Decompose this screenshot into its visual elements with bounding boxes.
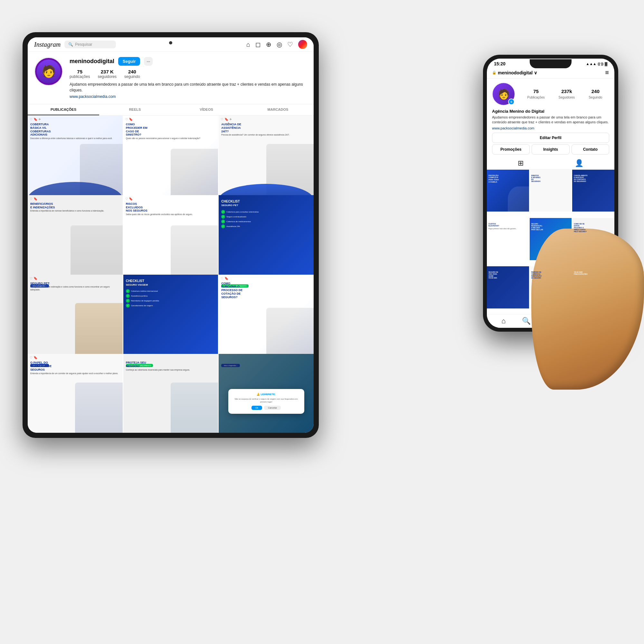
tablet-screen: Instagram 🔍 Pesquisar ⌂ ◻ ⊕ ◎ ♡ 🧑: [28, 37, 314, 433]
grid-cell-11[interactable]: PROTEJA SEUNEGÓCIO Conheça as coberturas…: [123, 354, 218, 433]
card-title-2: COMOPROCEDER EMCASO DESINISTRO?: [126, 123, 216, 137]
card-subtitle-3: Precisa de assistência? Um corretor de s…: [221, 134, 311, 136]
card-title-6: CHECKLISTSEGURO PET: [221, 198, 311, 207]
dialog-cancel-button[interactable]: Cancelar: [264, 406, 281, 410]
card-title-10: O PAPEL DOCORRETOR DESEGUROS: [30, 361, 120, 371]
phone-card-title-9: VIAJE SEMPREOCUPAÇÕES: [574, 271, 613, 275]
card-icons-4: ♡ 🔖: [30, 197, 37, 201]
stat-posts: 75 publicações: [70, 69, 90, 79]
search-bar[interactable]: 🔍 Pesquisar: [64, 41, 116, 48]
phone-avatar-plus[interactable]: +: [508, 99, 515, 105]
phone-profile: 🧑 + 75 Publicações 237k Seguidores: [487, 79, 614, 133]
ig-nav: PUBLICAÇÕES REELS VÍDEOS MARCADOS: [28, 104, 314, 116]
card-subtitle-11: Conheça as coberturas essenciais para ma…: [126, 369, 216, 371]
phone-card-deco-1: [508, 186, 529, 212]
dialog-overlay: 🔔 LEMBRETE: Não se esqueça de verificar …: [219, 354, 314, 433]
card-title-8: CHECKLISTSEGURO VIAGEM: [126, 277, 216, 287]
card-icons-5: ♡ 🔖: [125, 197, 133, 201]
search-placeholder: Pesquisar: [75, 42, 92, 47]
phone-stat-following: 240 Seguindo: [589, 89, 602, 100]
card-subtitle-2: Quais são os passos necessários para aci…: [126, 137, 216, 140]
grid-cell-12[interactable]: 🔔 LEMBRETE: Não se esqueça de verificar …: [219, 354, 314, 433]
ig-grid: ♡ 🔖 ✈ COBERTURABÁSICA VS.COBERTURASADICI…: [28, 116, 314, 433]
tablet: Instagram 🔍 Pesquisar ⌂ ◻ ⊕ ◎ ♡ 🧑: [23, 32, 319, 438]
explore-icon[interactable]: ◎: [277, 41, 282, 48]
tab-reels[interactable]: REELS: [99, 104, 171, 115]
phone-card-title-8: PERÍODO DEVIGÊNCIA ERENOVAÇÃODO SEGURO: [531, 271, 570, 279]
dialog-ok-button[interactable]: Ok: [251, 406, 262, 410]
card-title-4: BENEFICIÁRIOSE INDENIZAÇÕES: [30, 202, 120, 209]
dialog-text: Não se esqueça de verificar o seguro de …: [232, 398, 300, 403]
phone-cell-7[interactable]: SEGURO DEVIDA PARAQUEMVOCÊ AMA: [487, 266, 529, 308]
home-icon[interactable]: ⌂: [246, 41, 250, 48]
phone-cell-1[interactable]: PROTEÇÃOCOMPLETAPARA TODAA FAMÍLIA: [487, 170, 529, 212]
phone-card-title-1: PROTEÇÃOCOMPLETAPARA TODAA FAMÍLIA: [488, 175, 527, 183]
header-icons: ⌂ ◻ ⊕ ◎ ♡: [246, 40, 307, 49]
phone-card-title-6: COMO SEI SEESTOUPAGANDO OPREÇO JUSTOPELO…: [574, 223, 613, 232]
tab-tagged[interactable]: MARCADOS: [242, 104, 314, 115]
card-icons-2: ♡ 🔖: [125, 118, 133, 121]
profile-section: 🧑 meninododigital Seguir ··· 75 publicaç…: [28, 52, 314, 104]
more-button[interactable]: ···: [144, 57, 153, 66]
scene: Instagram 🔍 Pesquisar ⌂ ◻ ⊕ ◎ ♡ 🧑: [16, 16, 628, 628]
grid-cell-10[interactable]: ♡ 🔖 O PAPEL DOCORRETOR DESEGUROS Entenda…: [28, 354, 123, 433]
wifi-icon: ((·)): [598, 62, 603, 66]
card-subtitle-10: Entenda a importância de um corretor de …: [30, 372, 120, 375]
card-icons: ♡ 🔖 ✈: [30, 118, 41, 121]
phone-bio: Ajudamos empreendedores a passar de uma …: [492, 115, 609, 125]
phone-card-title-7: SEGURO DEVIDA PARAQUEMVOCÊ AMA: [488, 271, 527, 279]
phone-time: 15:20: [494, 61, 506, 66]
ig-header: Instagram 🔍 Pesquisar ⌂ ◻ ⊕ ◎ ♡: [28, 37, 314, 52]
messages-icon[interactable]: ◻: [255, 41, 261, 48]
phone-stat-followers: 237k Seguidores: [559, 89, 575, 100]
insights-button[interactable]: Insights: [532, 144, 569, 155]
phone-notch: [530, 59, 572, 68]
phone-cell-2[interactable]: DIREITOSE DEVERESDOSEGURADO: [530, 170, 572, 212]
hand-wrapper: [531, 229, 644, 390]
profile-link[interactable]: www.packsocialmedia.com: [70, 94, 307, 99]
phone-cell-3[interactable]: CANCELAMENTOE RESCISÃODO CONTRATODO SEGU…: [572, 170, 614, 212]
phone-status-icons: ▲▲▲ ((·)) ▓: [586, 62, 607, 66]
avatar[interactable]: [298, 40, 307, 49]
stat-followers: 237 K seguidores: [98, 69, 117, 79]
card-subtitle-1: Descobre a diferença entre coberturas bá…: [30, 137, 120, 140]
dialog-box: 🔔 LEMBRETE: Não se esqueça de verificar …: [228, 389, 304, 414]
contact-button[interactable]: Contato: [572, 144, 609, 155]
phone-tag-icon[interactable]: 👤: [575, 159, 583, 167]
stat-following: 240 seguindo: [124, 69, 140, 79]
add-icon[interactable]: ⊕: [266, 41, 271, 48]
chevron-icon: ∨: [534, 70, 537, 75]
edit-profile-button[interactable]: Editar Perfil: [492, 133, 609, 143]
card-icons-3: ♡ 🔖 ✈: [221, 118, 232, 121]
phone-card-title-3: CANCELAMENTOE RESCISÃODO CONTRATODO SEGU…: [574, 175, 613, 182]
card-title-11: PROTEJA SEUNEGÓCIO: [126, 361, 216, 368]
card-title-5: RISCOSEXCLUÍDOSNOS SEGUROS: [126, 202, 216, 213]
profile-stats: 75 publicações 237 K seguidores 240 segu…: [70, 69, 307, 79]
promotions-button[interactable]: Promoções: [492, 144, 530, 155]
phone-menu-icon[interactable]: ≡: [605, 69, 609, 76]
search-icon: 🔍: [68, 42, 73, 47]
phone-profile-top: 🧑 + 75 Publicações 237k Seguidores: [492, 82, 609, 106]
follow-button[interactable]: Seguir: [118, 57, 140, 66]
phone-grid-icon[interactable]: ⊞: [518, 159, 524, 167]
card-title-1: COBERTURABÁSICA VS.COBERTURASADICIONAIS: [30, 123, 120, 137]
phone-cell-4[interactable]: CUSTOSELEVADOS? Pagar prêmios mais altos…: [487, 218, 529, 260]
tab-videos[interactable]: VÍDEOS: [171, 104, 242, 115]
profile-bio: Ajudamos empreendedores a passar de uma …: [70, 81, 307, 93]
tab-publications[interactable]: PUBLICAÇÕES: [28, 104, 99, 115]
card-person-10: [75, 383, 122, 433]
phone-card-title-2: DIREITOSE DEVERESDOSEGURADO: [531, 175, 570, 182]
profile-username: meninododigital Seguir ···: [70, 57, 307, 66]
heart-icon[interactable]: ♡: [287, 41, 293, 48]
bottom-search-icon[interactable]: 🔍: [522, 317, 531, 325]
bottom-home-icon[interactable]: ⌂: [501, 317, 506, 325]
phone-link[interactable]: www.packsocialmedia.com: [492, 126, 609, 130]
phone-avatar: 🧑 +: [492, 82, 515, 106]
dialog-buttons: Ok Cancelar: [232, 406, 300, 410]
card-title-7: SEGURO PET:: [30, 282, 120, 285]
card-icons-7: ♡ 🔖: [30, 277, 37, 280]
profile-avatar: 🧑: [34, 57, 63, 86]
phone-stats: 75 Publicações 237k Seguidores 240 Segui…: [520, 89, 609, 100]
phone-wrapper: 15:20 ▲▲▲ ((·)) ▓ 🔒 meninododigital ∨ ≡: [483, 55, 618, 332]
card-person-11: [171, 383, 218, 433]
